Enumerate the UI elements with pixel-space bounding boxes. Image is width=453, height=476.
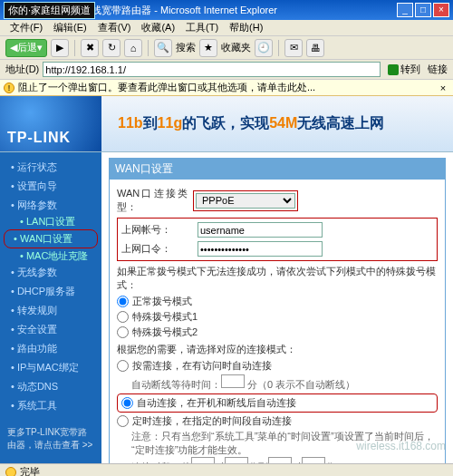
sidebar-item-ipmac[interactable]: IP与MAC绑定 <box>0 358 101 377</box>
favorites-label[interactable]: 收藏夹 <box>221 41 251 54</box>
search-label[interactable]: 搜索 <box>176 41 196 54</box>
back-button[interactable]: ◀ 后退 ▾ <box>5 39 47 57</box>
account-label: 上网帐号： <box>121 223 192 237</box>
sidebar-item-ddns[interactable]: 动态DNS <box>0 377 101 396</box>
menu-view[interactable]: 查看(V) <box>93 21 136 34</box>
infobar-text: 阻止了一个弹出窗口。要查看此弹出窗口或其他选项，请单击此处... <box>18 81 315 94</box>
conn-type-select[interactable]: PPPoE <box>196 193 295 209</box>
menu-help[interactable]: 帮助(H) <box>225 21 267 34</box>
scheduled-note: 注意：只有当您到“系统工具”菜单的“时间设置”项设置了当前时间后，“定时连接”功… <box>131 430 438 457</box>
conn-on-demand[interactable] <box>117 360 129 372</box>
close-button[interactable]: × <box>433 3 449 17</box>
status-icon <box>5 467 16 477</box>
sidebar-sub-lan[interactable]: LAN口设置 <box>0 215 101 228</box>
sidebar-item-wizard[interactable]: 设置向导 <box>0 177 101 196</box>
sidebar-sub-mac[interactable]: MAC地址克隆 <box>0 249 101 263</box>
menubar: 文件(F) 编辑(E) 查看(V) 收藏(A) 工具(T) 帮助(H) <box>0 20 453 36</box>
sidebar-item-security[interactable]: 安全设置 <box>0 320 101 339</box>
links-label[interactable]: 链接 <box>428 63 448 76</box>
period-from-m[interactable] <box>225 457 248 463</box>
address-label: 地址(D) <box>5 63 39 76</box>
panel-title: WAN口设置 <box>110 159 445 180</box>
sidebar-item-forward[interactable]: 转发规则 <box>0 301 101 320</box>
sidebar: 运行状态 设置向导 网络参数 LAN口设置 WAN口设置 MAC地址克隆 无线参… <box>0 152 101 463</box>
sidebar-item-route[interactable]: 路由功能 <box>0 339 101 358</box>
forward-button[interactable]: ▶ <box>51 39 69 57</box>
idle-time-input[interactable] <box>221 374 245 388</box>
popup-blocked-bar[interactable]: ! 阻止了一个弹出窗口。要查看此弹出窗口或其他选项，请单击此处... × <box>0 80 453 96</box>
dial-mode-normal[interactable] <box>117 296 129 307</box>
menu-fav[interactable]: 收藏(A) <box>137 21 179 34</box>
menu-file[interactable]: 文件(F) <box>5 21 47 34</box>
stop-button[interactable]: ✖ <box>81 39 99 57</box>
sidebar-item-dhcp[interactable]: DHCP服务器 <box>0 282 101 301</box>
menu-tools[interactable]: 工具(T) <box>181 21 223 34</box>
search-icon[interactable]: 🔍 <box>154 39 172 57</box>
history-button[interactable]: 🕘 <box>255 39 273 57</box>
account-input[interactable] <box>198 222 323 238</box>
favorites-icon[interactable]: ★ <box>199 39 217 57</box>
sidebar-item-status[interactable]: 运行状态 <box>0 158 101 177</box>
status-text: 完毕 <box>20 465 40 476</box>
period-to-h[interactable] <box>268 457 292 463</box>
conn-need-note: 根据您的需要，请选择对应的连接模式： <box>117 343 438 356</box>
sidebar-item-network[interactable]: 网络参数 <box>0 196 101 215</box>
dial-mode-note: 如果正常拨号模式下无法连接成功，请依次尝试下列模式中的特殊拨号模式： <box>117 265 438 292</box>
dial-mode-special2[interactable] <box>117 326 129 338</box>
conn-type-label: WAN口连接类型： <box>117 187 188 214</box>
sidebar-item-system[interactable]: 系统工具 <box>0 396 101 415</box>
dial-mode-special1[interactable] <box>117 311 129 323</box>
toolbar: ◀ 后退 ▾ ▶ ✖ ↻ ⌂ 🔍 搜索 ★ 收藏夹 🕘 ✉ 🖶 <box>0 36 453 60</box>
period-from-h[interactable] <box>191 457 215 463</box>
conn-auto[interactable] <box>121 397 133 409</box>
brand-logo: TP-LINK <box>7 130 71 146</box>
sidebar-sub-wan[interactable]: WAN口设置 <box>4 229 98 248</box>
minimize-button[interactable]: _ <box>397 3 413 17</box>
address-input[interactable] <box>43 62 381 77</box>
overlay-badge: 你的·家庭组网频道 <box>4 2 95 19</box>
password-label: 上网口令： <box>121 242 192 256</box>
sidebar-promo[interactable]: 更多TP-LINK宽带路由器，请点击查看 >> <box>0 423 101 455</box>
home-button[interactable]: ⌂ <box>124 39 142 57</box>
sidebar-item-wireless[interactable]: 无线参数 <box>0 263 101 282</box>
print-button[interactable]: 🖶 <box>306 39 324 57</box>
conn-scheduled[interactable] <box>117 415 129 427</box>
banner-text: 11b到11g的飞跃，实现54M无线高速上网 <box>101 114 453 133</box>
refresh-button[interactable]: ↻ <box>102 39 120 57</box>
info-icon: ! <box>4 83 14 93</box>
password-input[interactable] <box>198 241 323 257</box>
menu-edit[interactable]: 编辑(E) <box>49 21 92 34</box>
infobar-close[interactable]: × <box>437 83 449 93</box>
maximize-button[interactable]: □ <box>415 3 431 17</box>
go-icon <box>388 64 399 75</box>
go-button[interactable]: 转到 <box>384 63 424 76</box>
period-to-m[interactable] <box>302 457 325 463</box>
mail-button[interactable]: ✉ <box>284 39 303 57</box>
